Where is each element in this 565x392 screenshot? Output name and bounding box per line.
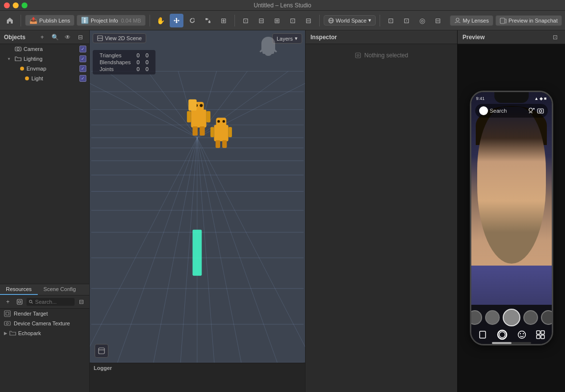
tree-item-lighting[interactable]: ▾ Lighting ✓ [0,54,89,64]
preview-expand-button[interactable]: ⊡ [550,32,560,42]
tree-item-envmap[interactable]: Envmap ✓ [0,64,89,74]
resources-section: Resources Scene Config + ⊟ Render Target [0,284,89,392]
tool-a-button[interactable]: ⊡ [384,14,398,27]
svg-point-86 [519,333,520,334]
svg-point-15 [29,300,32,303]
phone-mockup-container: 9:41 ▲◆■ [458,44,565,392]
envmap-visibility-checkbox[interactable]: ✓ [79,65,86,72]
svg-point-85 [518,331,525,339]
resources-tab[interactable]: Resources [0,284,38,295]
rotate-tool-button[interactable] [185,14,199,27]
blendshapes-label: Blendshapes [97,59,134,66]
view2d-icon [97,35,103,41]
add-resource-button[interactable]: + [3,297,13,307]
light-visibility-checkbox[interactable]: ✓ [79,75,86,82]
project-info-button[interactable]: ℹ️ Project Info 0.04 MB [77,15,146,26]
home-button[interactable] [3,14,17,27]
publish-icon: 📤 [29,17,37,24]
filter-resource-button[interactable]: ⊟ [77,297,86,307]
tool-c-button[interactable]: ◎ [415,14,429,27]
filter-circle-active[interactable] [503,309,520,326]
phone-shutter-icon[interactable] [497,329,508,340]
grid-button[interactable]: ⊞ [270,14,284,27]
phone-bottom-icons [478,329,545,340]
maximize-button[interactable] [22,2,27,8]
publish-lens-button[interactable]: 📤 Publish Lens [25,15,75,26]
resource-search-input[interactable] [35,299,72,305]
eye-objects-button[interactable]: 👁 [63,32,73,42]
my-lenses-button[interactable]: My Lenses [450,15,493,26]
phone-mockup: 9:41 ▲◆■ [470,91,553,345]
preview-title: Preview [462,34,485,41]
add-object-button[interactable]: + [37,32,47,42]
select-tool-button[interactable]: ✋ [154,14,168,27]
filter-circle-5[interactable] [541,310,552,325]
inspector-header: Inspector [306,30,457,44]
svg-rect-0 [205,18,207,20]
align-button[interactable]: ⊟ [255,14,268,27]
scale-tool-button[interactable] [201,14,215,27]
filter-objects-button[interactable]: ⊟ [76,32,85,42]
filter-circle-2[interactable] [471,310,482,325]
viewport-scene-button[interactable] [95,344,108,358]
svg-rect-91 [541,335,544,339]
tool-b-button[interactable]: ⊡ [400,14,413,27]
echopark-folder[interactable]: ▶ Echopark [0,328,89,338]
camera-visibility-checkbox[interactable]: ✓ [79,46,86,52]
preview-in-snapchat-button[interactable]: Preview in Snapchat [495,15,562,26]
svg-point-87 [522,333,523,334]
toolbar-separator-1 [21,15,21,26]
echopark-label: Echopark [18,330,41,336]
svg-rect-88 [537,331,540,334]
envmap-icon [20,66,25,71]
close-button[interactable] [4,2,10,8]
transform-tool-button[interactable]: ⊞ [217,14,231,27]
phone-search-bar[interactable]: Search [475,104,548,118]
phone-progress-fill [492,342,512,344]
device-camera-texture-item[interactable]: Device Camera Texture [0,318,89,328]
search-icon [29,299,33,304]
view-button[interactable]: ⊟ [302,14,315,27]
phone-face-image [471,92,552,305]
lighting-visibility-checkbox[interactable]: ✓ [79,55,86,62]
camera-button[interactable]: ⊡ [286,14,300,27]
world-space-button[interactable]: World Space ▾ [324,15,376,25]
scene-icon [98,347,105,354]
viewport[interactable]: View 2D Scene Layers ▾ Triangles 0 0 Ble… [90,30,305,363]
scene-config-tab[interactable]: Scene Config [38,284,82,295]
minimize-button[interactable] [13,2,19,8]
phone-grid-icon[interactable] [536,330,545,339]
view-2d-scene-button[interactable]: View 2D Scene [93,33,146,43]
svg-point-11 [20,67,24,71]
move-tool-button[interactable] [170,14,183,27]
nothing-selected-message: Nothing selected [355,52,408,59]
tree-item-light[interactable]: Light ✓ [0,74,89,83]
snap-button[interactable]: ⊡ [239,14,253,27]
filter-circle-4[interactable] [523,310,538,325]
tree-item-camera[interactable]: Camera ✓ [0,44,89,54]
phone-bookmark-icon[interactable] [478,330,487,339]
import-resource-button[interactable] [15,297,25,307]
svg-rect-14 [19,301,21,303]
lighting-arrow-icon: ▾ [8,56,13,61]
folder-icon [9,330,16,337]
phone-status-icons: ▲◆■ [534,96,546,101]
lighting-label: Lighting [24,56,77,62]
svg-rect-8 [500,18,505,24]
blendshapes-v1: 0 [134,59,143,66]
inspector-panel: Inspector Nothing selected [305,30,457,392]
triangles-v1: 0 [134,52,143,59]
filter-circle-3[interactable] [485,310,500,325]
phone-smiley-icon[interactable] [517,330,526,339]
render-target-item[interactable]: Render Target [0,309,89,318]
tool-d-button[interactable]: ⊟ [431,14,445,27]
add-friend-icon [528,107,535,114]
svg-point-12 [25,76,29,80]
svg-rect-90 [537,335,540,339]
svg-point-76 [357,54,359,56]
objects-section: Objects + 🔍 👁 ⊟ Camera ✓ ▾ Lighting ✓ [0,30,89,284]
center-panel: View 2D Scene Layers ▾ Triangles 0 0 Ble… [90,30,305,392]
phone-camera-icon [537,107,544,114]
info-icon: ℹ️ [81,17,89,24]
search-objects-button[interactable]: 🔍 [50,32,60,42]
